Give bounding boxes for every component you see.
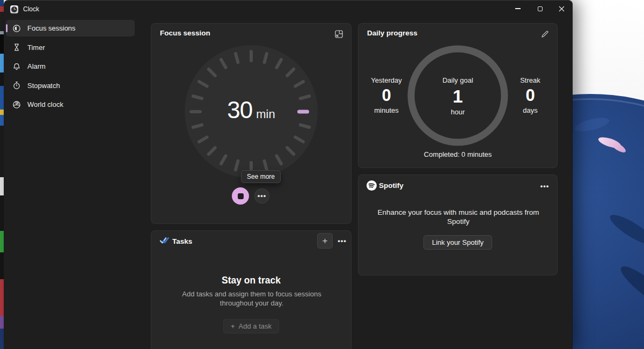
focus-session-card: Focus session 30min See more ••• [151,23,352,224]
world-clock-icon [12,100,21,109]
daily-goal-unit: hour [415,108,501,116]
yesterday-label: Yesterday [364,76,409,84]
sidebar-item-label: Stopwatch [27,82,60,90]
popout-icon [335,30,343,38]
streak-value: 0 [508,86,553,105]
clock-app-window: Clock Focus sessions Timer Alarm [4,0,573,349]
sidebar-item-label: Timer [27,43,45,52]
sidebar-item-label: World clock [27,100,63,108]
maximize-button[interactable] [529,1,551,17]
see-more-tooltip: See more [241,170,281,183]
daily-goal-label: Daily goal [415,76,501,84]
sidebar-item-timer[interactable]: Timer [6,39,135,56]
edit-goal-button[interactable] [540,29,550,39]
streak-label: Streak [508,76,553,84]
more-icon: ••• [338,239,347,243]
spotify-card-title: Spotify [379,181,404,190]
duration-value: 30 [227,97,252,123]
duration-unit: min [256,107,275,121]
clock-app-icon [10,5,18,13]
focus-duration-dial[interactable]: 30min [185,45,318,178]
tasks-heading: Stay on track [151,275,351,286]
close-button[interactable] [551,1,572,17]
sidebar-item-alarm[interactable]: Alarm [6,58,135,75]
selection-accent-bar [6,24,8,32]
timer-icon [12,43,21,52]
spotify-more-button[interactable]: ••• [540,181,550,191]
plus-icon: + [231,322,235,330]
titlebar[interactable]: Clock [4,1,572,18]
focus-more-button[interactable]: ••• [254,188,269,203]
sidebar-item-label: Focus sessions [27,24,76,32]
yesterday-value: 0 [364,86,409,105]
window-title: Clock [23,5,39,13]
spotify-card: Spotify ••• Enhance your focus with musi… [358,174,558,275]
sidebar-item-stopwatch[interactable]: Stopwatch [6,77,135,94]
stop-icon [238,193,244,199]
tasks-more-button[interactable]: ••• [334,233,350,249]
daily-goal-value: 1 [415,86,501,107]
more-icon: ••• [258,194,267,198]
tasks-card-title: Tasks [172,237,192,245]
maximize-icon [538,6,543,11]
focus-sessions-icon [12,24,21,33]
sidebar-item-world-clock[interactable]: World clock [6,96,135,113]
yesterday-stat: Yesterday 0 minutes [364,76,409,114]
sidebar-item-focus-sessions[interactable]: Focus sessions [6,20,135,37]
minimize-icon [515,8,521,9]
stopwatch-icon [12,81,21,90]
add-task-header-button[interactable]: + [317,233,333,249]
start-focus-button[interactable] [232,187,249,205]
close-icon [559,6,565,12]
alarm-icon [12,62,21,71]
streak-unit: days [508,106,553,114]
completed-status: Completed: 0 minutes [358,150,557,158]
desktop-icons-sliver [0,0,4,349]
tasks-icon [159,236,170,245]
sidebar-item-label: Alarm [27,62,46,70]
tasks-description: Add tasks and assign them to focus sessi… [166,290,338,308]
minimize-button[interactable] [507,1,529,17]
daily-goal-stat: Daily goal 1 hour [415,76,501,116]
add-a-task-button[interactable]: +Add a task [223,319,279,333]
duration-label: 30min [185,97,318,123]
more-icon: ••• [540,184,550,188]
plus-icon: + [323,236,328,246]
daily-progress-title: Daily progress [367,29,418,37]
spotify-description: Enhance your focus with music and podcas… [372,208,544,226]
daily-progress-card: Daily progress Yesterday 0 minutes Daily… [358,23,558,168]
focus-card-title: Focus session [160,29,210,37]
popout-button[interactable] [334,29,343,39]
edit-icon [541,30,549,38]
spotify-icon [366,180,377,191]
link-spotify-button[interactable]: Link your Spotify [423,235,492,250]
streak-stat: Streak 0 days [508,76,553,114]
tasks-card: Tasks + ••• Stay on track Add tasks and … [151,230,352,349]
yesterday-unit: minutes [364,106,409,114]
add-task-label: Add a task [239,322,272,330]
